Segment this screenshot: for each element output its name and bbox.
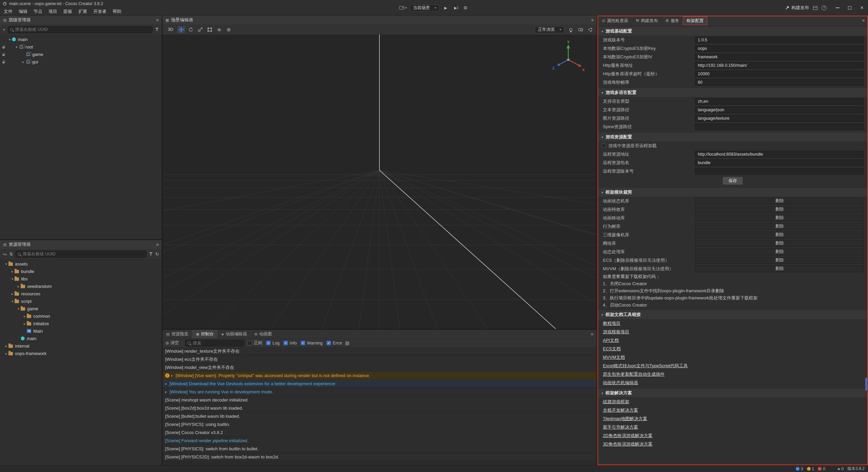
field-input[interactable] — [695, 159, 864, 166]
export-log-icon[interactable]: ▤ — [345, 340, 349, 346]
asset-node-row[interactable]: script — [0, 297, 162, 305]
module-delete-button[interactable]: 删除 — [695, 240, 864, 247]
doc-link[interactable]: 游戏模板项目 — [603, 329, 629, 335]
maximize-button[interactable] — [846, 4, 853, 11]
expand-arrow-icon[interactable] — [22, 314, 27, 318]
module-delete-button[interactable]: 删除 — [695, 215, 864, 221]
scene-gizmo-settings-button[interactable] — [587, 26, 594, 33]
module-delete-button[interactable]: 删除 — [695, 249, 864, 255]
field-input[interactable] — [695, 123, 864, 130]
expand-arrow-icon[interactable] — [10, 299, 15, 303]
field-input[interactable] — [695, 79, 864, 86]
scene-select[interactable]: 当前场景 ▾ — [410, 4, 439, 12]
panel-menu-icon[interactable]: ≡ — [156, 18, 159, 23]
scrollbar-thumb[interactable] — [865, 378, 867, 391]
menu-item[interactable]: 开发者 — [90, 7, 110, 16]
menu-item[interactable]: 面板 — [60, 7, 75, 16]
create-asset-button[interactable]: +▾ — [3, 252, 7, 257]
console-log-row[interactable]: ! ▸ [Window] model_view文件夹不存在 — [162, 363, 597, 372]
hierarchy-node-row[interactable]: gui — [0, 58, 162, 65]
doc-link[interactable]: 动画状态机编辑器 — [603, 380, 638, 386]
hierarchy-search-input[interactable] — [15, 27, 150, 32]
menu-item[interactable]: 节点 — [31, 7, 45, 16]
status-warning-count[interactable]: 1 — [807, 467, 814, 471]
console-log-row[interactable]: ! ▸ [Window] render_texture文件夹不存在 — [162, 347, 597, 355]
console-filter-checkbox[interactable]: Error — [327, 341, 342, 346]
asset-node-row[interactable]: common — [0, 312, 162, 320]
field-input[interactable] — [695, 45, 864, 52]
status-task-count[interactable]: ◆ 0 — [837, 467, 844, 471]
module-delete-button[interactable]: 删除 — [695, 232, 864, 238]
doc-link[interactable]: ECS文档 — [603, 346, 621, 352]
console-log-row[interactable]: ! ▸ [Scene] [PHYSICS]: switch from built… — [162, 445, 597, 453]
solution-link[interactable]: 3D角色扮演游戏解决方案 — [603, 441, 653, 447]
section-header-solutions[interactable]: ▾ 框架解决方案 — [598, 389, 867, 397]
asset-node-row[interactable]: oops-framework — [0, 350, 162, 357]
create-node-button[interactable]: + — [3, 27, 5, 32]
panel-menu-icon[interactable]: ≡ — [156, 242, 159, 247]
axis-gizmo[interactable]: Y X Z — [551, 40, 586, 74]
lighting-toggle-button[interactable] — [567, 26, 574, 33]
expand-arrow-icon[interactable] — [10, 270, 15, 273]
camera-settings-button[interactable] — [577, 26, 584, 33]
filter-icon[interactable] — [155, 27, 159, 32]
asset-node-row[interactable]: resources — [0, 290, 162, 297]
save-button[interactable]: 保存 — [723, 177, 743, 184]
filter-icon[interactable] — [149, 252, 153, 256]
rotate-tool-button[interactable] — [187, 26, 195, 33]
console-log-row[interactable]: ! ▸ [Scene] meshopt wasm decoder initial… — [162, 396, 597, 404]
console-log-row[interactable]: ! ▸ [Window] [Vue warn]: Property "onInp… — [162, 372, 597, 380]
status-info-count[interactable]: 3 — [796, 467, 803, 471]
expand-arrow-icon[interactable] — [4, 344, 8, 348]
rect-tool-button[interactable] — [206, 26, 214, 33]
layout-button[interactable]: ⊞ — [462, 4, 469, 11]
step-button[interactable]: ▶ — [452, 4, 459, 11]
view-filter-select[interactable]: 正常浏览 ▾ — [535, 26, 564, 33]
console-log-row[interactable]: ! ▸ [Window] You are running Vue in deve… — [162, 388, 597, 396]
doc-link[interactable]: Excel格式转Json文件与TypeScript代码工具 — [603, 363, 688, 369]
close-button[interactable]: × — [859, 4, 865, 11]
help-icon[interactable]: ? — [822, 5, 827, 11]
section-header-i18n[interactable]: ▾ 游戏多语言配置 — [598, 88, 867, 97]
solution-link[interactable]: 全栈开发解决方案 — [603, 407, 638, 413]
hierarchy-node-row[interactable]: root — [0, 43, 162, 51]
section-header-res[interactable]: ▾ 游戏资源配置 — [598, 133, 867, 141]
asset-node-row[interactable]: seedrandom — [0, 282, 162, 290]
inspector-tab[interactable]: 服务 — [662, 16, 683, 25]
panel-menu-icon[interactable]: ≡ — [591, 18, 594, 23]
console-tab[interactable]: 控制台 — [192, 330, 217, 338]
pivot-tool-button[interactable]: ⊕ — [215, 26, 223, 33]
minimize-button[interactable] — [834, 4, 841, 11]
console-filter-checkbox[interactable]: Warning — [301, 341, 322, 346]
panel-menu-icon[interactable]: ≡ — [591, 332, 593, 337]
solution-link[interactable]: 战旗游戏框架 — [603, 399, 629, 405]
console-search-input[interactable] — [193, 341, 242, 346]
doc-link[interactable]: 原生包热更新配置自动生成插件 — [603, 371, 665, 377]
expand-arrow-icon[interactable] — [4, 262, 8, 266]
expand-arrow-icon[interactable] — [14, 45, 19, 49]
expand-arrow-icon[interactable]: ▸ — [165, 382, 170, 386]
console-filter-checkbox[interactable]: Info — [283, 341, 297, 346]
field-input[interactable] — [695, 115, 864, 122]
module-delete-button[interactable]: 删除 — [695, 206, 864, 213]
expand-arrow-icon[interactable] — [22, 322, 27, 326]
build-publish-button[interactable]: 构建发布 — [785, 5, 809, 11]
snap-tool-button[interactable]: ⊞ — [225, 26, 233, 33]
inspector-tab[interactable]: 属性检查器 — [598, 16, 632, 25]
asset-node-row[interactable]: assets — [0, 260, 162, 268]
expand-arrow-icon[interactable] — [7, 38, 12, 41]
asset-node-row[interactable]: main — [0, 335, 162, 342]
console-tab[interactable]: 动画编辑器 — [217, 330, 251, 338]
doc-link[interactable]: 教程项目 — [603, 320, 620, 327]
expand-arrow-icon[interactable]: ▸ — [165, 390, 170, 394]
move-tool-button[interactable] — [177, 26, 185, 33]
expand-arrow-icon[interactable] — [10, 277, 15, 281]
console-filter-checkbox[interactable]: 正则 — [248, 340, 262, 346]
menu-item[interactable]: 文件 — [1, 7, 16, 16]
module-delete-button[interactable]: 删除 — [695, 223, 864, 230]
console-clear-button[interactable]: ⊘ 清空 — [165, 340, 179, 346]
expand-arrow-icon[interactable]: ▸ — [171, 374, 176, 377]
menu-item[interactable]: 扩展 — [75, 7, 90, 16]
package-icon[interactable] — [813, 6, 817, 10]
doc-link[interactable]: API文档 — [603, 337, 619, 343]
